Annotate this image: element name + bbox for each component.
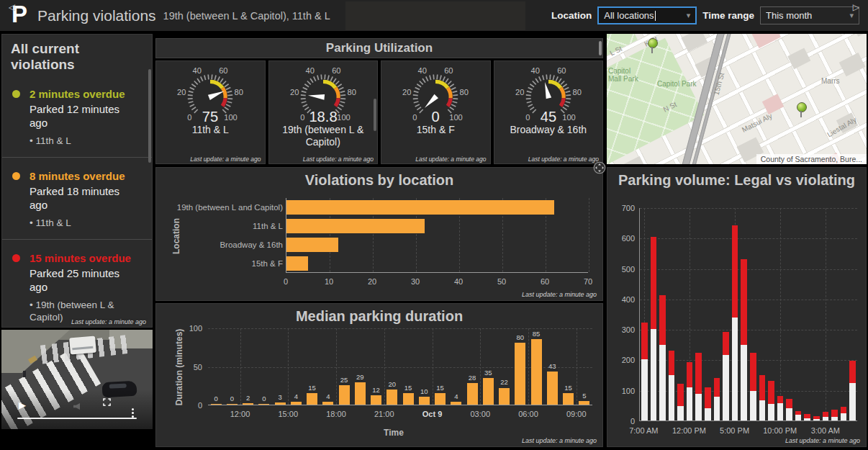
svg-text:20: 20	[290, 88, 299, 96]
header-controls: Location All locations ▾ Time range This…	[551, 6, 859, 24]
median-duration-panel: Median parking duration Duration (minute…	[155, 303, 603, 447]
violations-list: 2 minutes overdueParked 12 minutes ago11…	[2, 76, 152, 328]
x-tick: 50	[497, 277, 506, 286]
list-item[interactable]: 15 minutes overdueParked 25 minutes ago1…	[2, 239, 152, 328]
map-building	[787, 48, 810, 70]
svg-text:100: 100	[225, 113, 238, 122]
status-dot	[12, 254, 20, 262]
legal-bar	[687, 387, 693, 420]
legal-bar	[677, 406, 684, 420]
y-tick: 300	[609, 325, 635, 334]
svg-text:0: 0	[188, 113, 192, 122]
gauge-card: 02040608010045Broadway & 16thLast update…	[494, 60, 604, 164]
violating-bar	[714, 378, 720, 397]
video-feed[interactable]: ▶	[1, 330, 153, 429]
scrollbar[interactable]	[374, 99, 376, 131]
violating-bar	[786, 399, 792, 409]
violation-status: 2 minutes overdue	[30, 88, 140, 101]
svg-text:80: 80	[460, 88, 469, 96]
fullscreen-icon[interactable]	[103, 396, 111, 409]
bar-slot	[685, 208, 695, 420]
chart-title: Median parking duration	[156, 304, 602, 325]
time-range-select[interactable]: This month ▾	[760, 6, 859, 24]
header-backdrop	[345, 1, 525, 30]
bar-slot: 4	[320, 328, 336, 405]
gauge-dial: 02040608010045	[502, 63, 595, 126]
bars: 002034154252912201510154283522808543155	[208, 328, 592, 405]
list-item[interactable]: 2 minutes overdueParked 12 minutes ago11…	[2, 76, 152, 157]
legal-bar	[768, 404, 774, 420]
legal-bar	[804, 418, 810, 420]
map[interactable]: K StL StCapitol Mall ParkCapitol ParkN S…	[607, 34, 867, 164]
legal-bar	[759, 400, 766, 420]
x-axis-label: Time	[384, 428, 404, 438]
violation-location: 11th & L	[30, 135, 140, 147]
carousel-next-icon[interactable]: ▷	[853, 2, 859, 12]
violating-bar	[777, 396, 784, 403]
play-icon[interactable]: ▶	[19, 400, 26, 410]
video-progress-bar[interactable]	[17, 418, 137, 420]
y-tick: 100	[609, 387, 635, 395]
page-subtitle: 19th (between L & Capitol), 11th & L	[163, 10, 330, 22]
svg-text:0: 0	[413, 113, 417, 122]
bar	[579, 401, 589, 405]
location-select[interactable]: All locations ▾	[597, 6, 697, 24]
y-tick: 0	[609, 417, 635, 426]
category-label: Broadway & 16th	[162, 235, 283, 254]
violations-list-panel: All current violations 2 minutes overdue…	[1, 34, 153, 328]
violating-bar	[841, 407, 847, 413]
kebab-menu-icon[interactable]	[132, 408, 134, 410]
bar	[286, 238, 338, 252]
bar-slot	[785, 208, 794, 420]
scrollbar[interactable]	[148, 69, 151, 163]
bars	[640, 208, 857, 420]
bar-slot	[703, 208, 713, 420]
last-update: Last update: a minute ago	[303, 156, 374, 163]
x-tick: 70	[584, 277, 592, 286]
time-range-label: Time range	[702, 10, 754, 21]
violation-parked-time: Parked 25 minutes ago	[30, 266, 140, 294]
map-pin-icon[interactable]	[797, 102, 807, 112]
map-street-grid	[607, 34, 867, 164]
bar	[291, 402, 302, 405]
bar-slot	[830, 208, 839, 420]
svg-text:80: 80	[572, 88, 581, 96]
legal-bar	[714, 397, 720, 420]
bar-slot	[713, 208, 722, 420]
volume-plot	[639, 208, 857, 421]
violating-bar	[795, 411, 802, 415]
category-label: 11th & L	[162, 217, 283, 235]
bar-slot: 35	[480, 328, 496, 405]
y-tick: 0	[161, 401, 202, 410]
carousel-prev-icon[interactable]: ◁	[9, 2, 15, 12]
svg-text:20: 20	[177, 88, 186, 96]
x-tick: 5:00 PM	[720, 426, 749, 435]
expand-icon[interactable]	[593, 161, 606, 174]
bar	[286, 200, 554, 215]
last-update: Last update: a minute ago	[190, 156, 261, 163]
video-scene-van	[69, 336, 96, 354]
violating-bar	[687, 362, 693, 388]
header: P Parking violations 19th (between L & C…	[0, 0, 868, 32]
bar	[286, 219, 425, 233]
list-item[interactable]: 8 minutes overdueParked 18 minutes ago11…	[2, 157, 152, 239]
svg-text:40: 40	[530, 66, 539, 75]
bar	[499, 388, 510, 405]
violation-status: 8 minutes overdue	[30, 170, 140, 183]
bar-slot	[776, 208, 785, 420]
gridline	[589, 198, 589, 272]
map-pin-icon[interactable]	[648, 38, 658, 48]
bar	[243, 403, 253, 405]
violation-parked-time: Parked 12 minutes ago	[30, 102, 140, 130]
location-value: All locations	[604, 10, 654, 21]
legal-bar	[777, 403, 784, 420]
y-tick: 600	[609, 234, 635, 243]
x-tick: 40	[454, 277, 463, 286]
map-place-label: Capitol Park	[657, 80, 696, 88]
scrollbar[interactable]	[599, 41, 602, 55]
bar-slot: 12	[369, 328, 384, 405]
map-attribution: County of Sacramento, Bure...	[756, 154, 867, 164]
x-tick: 10	[325, 277, 333, 286]
bar-slot	[649, 208, 659, 420]
x-tick: 12:00	[230, 410, 250, 418]
